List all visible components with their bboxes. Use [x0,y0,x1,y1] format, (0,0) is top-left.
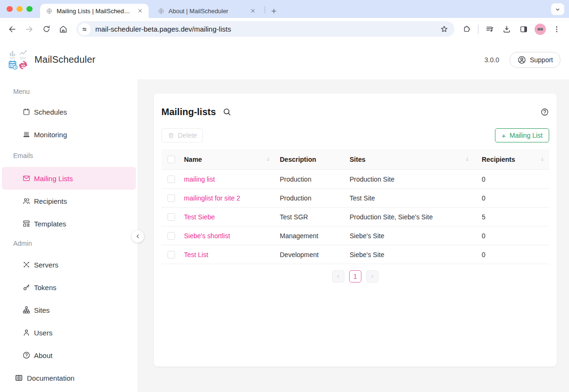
mail-sync-icon [18,60,28,70]
row-checkbox[interactable] [167,194,175,202]
monitoring-icon [22,130,31,139]
select-all-checkbox[interactable] [167,156,175,163]
trash-icon [167,132,175,139]
mailing-list-link[interactable]: Test List [184,251,208,259]
version-label: 3.0.0 [485,56,499,64]
mailing-list-link[interactable]: mailing list [184,175,215,183]
calendar-icon [22,108,31,116]
window-close-button[interactable] [7,6,13,12]
tab-close-icon[interactable] [136,7,144,15]
cell-description: Test SGR [280,213,350,221]
browser-window: Mailing Lists | MailScheduler About | Ma… [0,0,569,392]
cell-recipients: 0 [478,194,549,202]
mailing-list-link[interactable]: Test Siebe [184,213,215,221]
app-header: MailScheduler 3.0.0 Support [0,40,569,79]
globe-favicon [158,8,165,15]
next-page-button[interactable] [366,270,378,283]
sidebar-item-users[interactable]: Users [0,321,138,344]
extensions-icon[interactable] [460,22,474,36]
cell-description: Management [280,232,350,240]
cell-sites: Production Site [350,175,478,183]
sort-icon[interactable] [539,156,545,162]
column-header-recipients[interactable]: Recipients [482,156,515,163]
sidebar-item-sites[interactable]: Sites [0,299,138,321]
help-icon[interactable] [540,108,549,117]
question-circle-icon [22,351,31,359]
tab-about[interactable]: About | MailScheduler [152,4,261,18]
mailscheduler-logo [8,49,28,71]
documentation-icon [15,374,23,382]
bookmark-star-icon[interactable] [440,25,449,33]
prev-page-button[interactable] [332,270,344,283]
delete-button[interactable]: Delete [161,128,203,142]
table-row: mailing list Production Production Site … [161,170,549,189]
sidebar-item-templates[interactable]: Templates [0,212,138,235]
column-header-sites[interactable]: Sites [350,156,365,163]
section-label-menu: Menu [13,87,138,96]
main-content: Mailing-lists Delete + Mailin [138,79,569,392]
media-controls-icon[interactable] [483,22,497,36]
sidebar-item-mailing-lists[interactable]: Mailing Lists [2,167,136,190]
mailing-lists-table: Name Description Sites Recipients [161,149,549,264]
forward-icon[interactable] [22,22,36,36]
section-label-admin: Admin [13,239,138,248]
bar-chart-icon [8,49,18,59]
sidebar-item-about[interactable]: About [0,344,138,367]
cell-sites: Siebe's Site [350,251,478,259]
app-title: MailScheduler [34,54,95,65]
back-icon[interactable] [5,22,19,36]
sidebar-item-monitoring[interactable]: Monitoring [0,123,138,146]
window-zoom-button[interactable] [26,6,33,12]
table-row: mailinglist for site 2 Production Test S… [161,189,549,208]
row-checkbox[interactable] [167,175,175,183]
sidebar-collapse-button[interactable] [132,230,144,242]
person-circle-icon [517,55,527,65]
new-tab-button[interactable] [268,5,280,17]
sidebar-item-recipients[interactable]: Recipients [0,190,138,212]
template-icon [22,219,31,228]
tab-search-chevron-icon[interactable] [551,3,564,15]
toolbar-separator [478,25,478,34]
add-mailing-list-button[interactable]: + Mailing List [495,128,549,142]
sidebar-item-tokens[interactable]: Tokens [0,276,138,299]
download-icon[interactable] [500,22,514,36]
window-minimize-button[interactable] [17,6,23,12]
sort-icon[interactable] [265,156,271,162]
browser-menu-icon[interactable] [550,22,564,36]
sitemap-icon [22,306,31,314]
table-row: Test List Development Siebe's Site 0 [161,245,549,264]
row-checkbox[interactable] [167,232,175,240]
mailing-list-link[interactable]: Siebe's shortlist [184,232,230,240]
current-page-button[interactable]: 1 [349,270,361,283]
tab-title: Mailing Lists | MailScheduler [57,8,133,15]
page-title: Mailing-lists [161,107,216,117]
cell-sites: Test Site [350,194,478,202]
column-header-name[interactable]: Name [184,156,202,163]
side-panel-icon[interactable] [517,22,531,36]
tab-close-icon[interactable] [249,7,257,15]
search-icon[interactable] [222,107,232,117]
sidebar-item-documentation[interactable]: Documentation [0,372,138,384]
tab-title: About | MailScheduler [168,8,246,15]
plus-icon: + [502,132,506,139]
table-header: Name Description Sites Recipients [161,149,549,170]
row-checkbox[interactable] [167,213,175,221]
column-header-description: Description [280,156,350,163]
tab-mailing-lists[interactable]: Mailing Lists | MailScheduler [40,4,149,18]
address-bar[interactable]: mail-scheduler-beta.pages.dev/mailing-li… [76,21,454,37]
reload-icon[interactable] [39,22,53,36]
network-icon [22,260,31,269]
profile-avatar[interactable] [535,24,546,35]
url-text[interactable]: mail-scheduler-beta.pages.dev/mailing-li… [95,25,440,33]
home-icon[interactable] [56,22,70,36]
tab-separator [265,6,265,13]
sidebar-item-servers[interactable]: Servers [0,253,138,276]
section-label-emails: Emails [13,151,138,160]
row-checkbox[interactable] [167,251,175,259]
sort-icon[interactable] [464,156,470,162]
site-info-icon[interactable] [78,23,91,35]
sidebar-item-schedules[interactable]: Schedules [0,100,138,123]
key-icon [22,283,31,292]
support-button[interactable]: Support [510,52,561,68]
mailing-list-link[interactable]: mailinglist for site 2 [184,194,240,202]
